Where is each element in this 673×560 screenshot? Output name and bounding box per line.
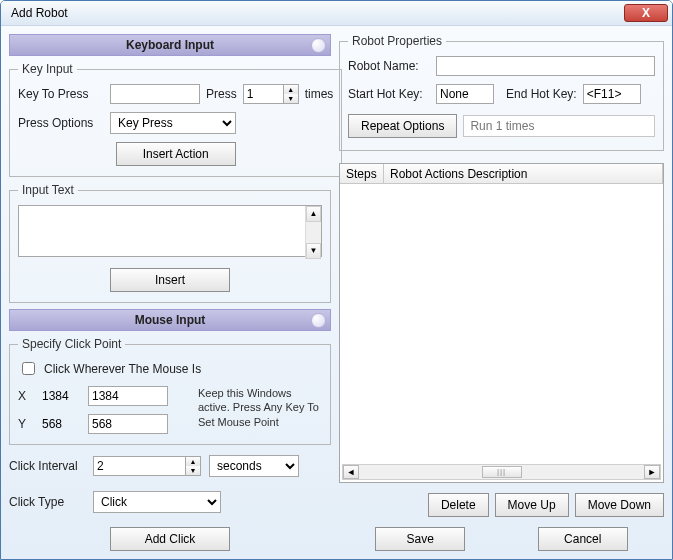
mouse-hint: Keep this Windows active. Press Any Key …	[198, 386, 322, 434]
mouse-input-header: Mouse Input	[9, 309, 331, 331]
x-label: X	[18, 389, 36, 403]
col-desc[interactable]: Robot Actions Description	[384, 164, 663, 183]
right-pane: Robot Properties Robot Name: Start Hot K…	[339, 34, 664, 551]
press-count-spinner[interactable]: ▲▼	[243, 84, 299, 104]
scroll-thumb[interactable]: |||	[482, 466, 522, 478]
add-robot-window: Add Robot X Keyboard Input Key Input Key…	[0, 0, 673, 560]
key-to-press-label: Key To Press	[18, 87, 104, 101]
collapse-icon[interactable]	[311, 313, 326, 328]
save-button[interactable]: Save	[375, 527, 465, 551]
col-steps[interactable]: Steps	[340, 164, 384, 183]
press-count-input[interactable]	[243, 84, 283, 104]
move-up-button[interactable]: Move Up	[495, 493, 569, 517]
mouse-input-title: Mouse Input	[135, 313, 206, 327]
click-interval-label: Click Interval	[9, 459, 87, 473]
left-pane: Keyboard Input Key Input Key To Press Pr…	[9, 34, 331, 551]
scroll-right-icon[interactable]: ►	[644, 465, 660, 479]
click-interval-spinner[interactable]: ▲▼	[93, 456, 203, 476]
spin-up-icon[interactable]: ▲	[186, 457, 200, 466]
scroll-down-icon[interactable]: ▼	[306, 243, 321, 259]
input-text-group: Input Text ▲▼ Insert	[9, 183, 331, 303]
y-input[interactable]	[88, 414, 168, 434]
insert-action-button[interactable]: Insert Action	[116, 142, 236, 166]
click-type-select[interactable]: Click	[93, 491, 221, 513]
body: Keyboard Input Key Input Key To Press Pr…	[1, 26, 672, 559]
collapse-icon[interactable]	[311, 38, 326, 53]
textarea-scrollbar[interactable]: ▲▼	[305, 206, 321, 259]
end-hotkey-label: End Hot Key:	[506, 87, 577, 101]
add-click-button[interactable]: Add Click	[110, 527, 230, 551]
repeat-readout: Run 1 times	[463, 115, 655, 137]
spin-up-icon[interactable]: ▲	[284, 85, 298, 94]
robot-properties-legend: Robot Properties	[348, 34, 446, 48]
press-options-label: Press Options	[18, 116, 104, 130]
scroll-up-icon[interactable]: ▲	[306, 206, 321, 222]
y-static: 568	[42, 417, 82, 431]
keyboard-input-header: Keyboard Input	[9, 34, 331, 56]
x-static: 1384	[42, 389, 82, 403]
move-down-button[interactable]: Move Down	[575, 493, 664, 517]
start-hotkey-label: Start Hot Key:	[348, 87, 430, 101]
robot-name-input[interactable]	[436, 56, 655, 76]
spin-down-icon[interactable]: ▼	[284, 94, 298, 103]
click-interval-unit-select[interactable]: seconds	[209, 455, 299, 477]
close-button[interactable]: X	[624, 4, 668, 22]
key-to-press-input[interactable]	[110, 84, 200, 104]
press-label: Press	[206, 87, 237, 101]
click-interval-input[interactable]	[93, 456, 185, 476]
click-wherever-label: Click Wherever The Mouse Is	[44, 362, 201, 376]
keyboard-input-title: Keyboard Input	[126, 38, 214, 52]
key-input-legend: Key Input	[18, 62, 77, 76]
press-options-select[interactable]: Key Press	[110, 112, 236, 134]
input-text-textarea[interactable]	[18, 205, 322, 257]
input-text-legend: Input Text	[18, 183, 78, 197]
steps-table[interactable]: Steps Robot Actions Description ◄ ||| ►	[339, 163, 664, 483]
robot-properties-group: Robot Properties Robot Name: Start Hot K…	[339, 34, 664, 151]
robot-name-label: Robot Name:	[348, 59, 430, 73]
click-wherever-checkbox[interactable]	[22, 362, 35, 375]
end-hotkey-input[interactable]	[583, 84, 641, 104]
click-type-label: Click Type	[9, 495, 87, 509]
titlebar: Add Robot X	[1, 1, 672, 26]
specify-click-legend: Specify Click Point	[18, 337, 125, 351]
close-icon: X	[642, 6, 650, 20]
spin-down-icon[interactable]: ▼	[186, 466, 200, 475]
horizontal-scrollbar[interactable]: ◄ ||| ►	[342, 464, 661, 480]
specify-click-group: Specify Click Point Click Wherever The M…	[9, 337, 331, 445]
delete-button[interactable]: Delete	[428, 493, 489, 517]
scroll-left-icon[interactable]: ◄	[343, 465, 359, 479]
repeat-options-button[interactable]: Repeat Options	[348, 114, 457, 138]
start-hotkey-input[interactable]	[436, 84, 494, 104]
x-input[interactable]	[88, 386, 168, 406]
window-title: Add Robot	[11, 6, 624, 20]
insert-button[interactable]: Insert	[110, 268, 230, 292]
y-label: Y	[18, 417, 36, 431]
cancel-button[interactable]: Cancel	[538, 527, 628, 551]
table-header: Steps Robot Actions Description	[340, 164, 663, 184]
times-label: times	[305, 87, 334, 101]
key-input-group: Key Input Key To Press Press ▲▼ times Pr…	[9, 62, 342, 177]
